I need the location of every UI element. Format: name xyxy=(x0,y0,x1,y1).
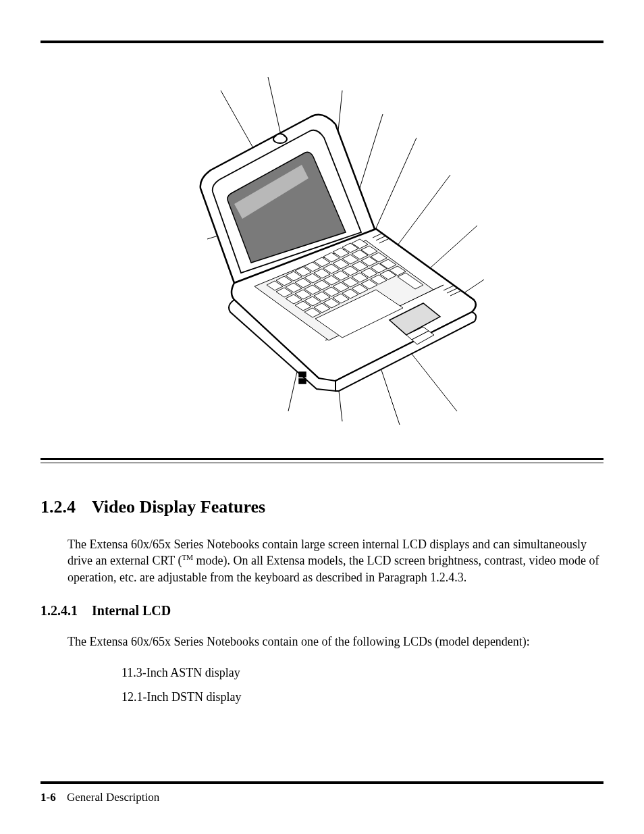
svg-rect-14 xyxy=(299,372,306,377)
display-list: 11.3-Inch ASTN display 12.1-Inch DSTN di… xyxy=(41,664,603,706)
page-number: 1-6 xyxy=(41,791,56,804)
list-item: 11.3-Inch ASTN display xyxy=(122,664,603,681)
chapter-name: General Description xyxy=(67,791,159,804)
trademark-symbol: TM xyxy=(182,553,194,561)
section-paragraph: The Extensa 60x/65x Series Notebooks con… xyxy=(41,536,603,585)
subsection-title: Internal LCD xyxy=(92,603,171,618)
page: 1.2.4 Video Display Features The Extensa… xyxy=(0,0,644,834)
svg-rect-15 xyxy=(299,379,306,384)
footer-rule xyxy=(41,781,603,784)
subsection-number: 1.2.4.1 xyxy=(41,603,78,619)
svg-line-8 xyxy=(406,347,457,411)
section-number: 1.2.4 xyxy=(41,497,76,517)
svg-line-5 xyxy=(390,175,450,256)
footer-text: 1-6 General Description xyxy=(41,791,603,804)
section-title: Video Display Features xyxy=(92,497,265,517)
svg-line-4 xyxy=(373,138,417,236)
laptop-figure xyxy=(41,70,603,438)
subsection-paragraph: The Extensa 60x/65x Series Notebooks con… xyxy=(41,633,603,650)
double-rule xyxy=(41,458,603,463)
section-heading: 1.2.4 Video Display Features xyxy=(41,497,603,517)
list-item: 12.1-Inch DSTN display xyxy=(122,689,603,705)
laptop-illustration xyxy=(133,70,511,435)
svg-line-1 xyxy=(268,77,281,138)
footer: 1-6 General Description xyxy=(41,781,603,804)
subsection-heading: 1.2.4.1 Internal LCD xyxy=(41,603,603,619)
top-rule xyxy=(41,41,603,43)
